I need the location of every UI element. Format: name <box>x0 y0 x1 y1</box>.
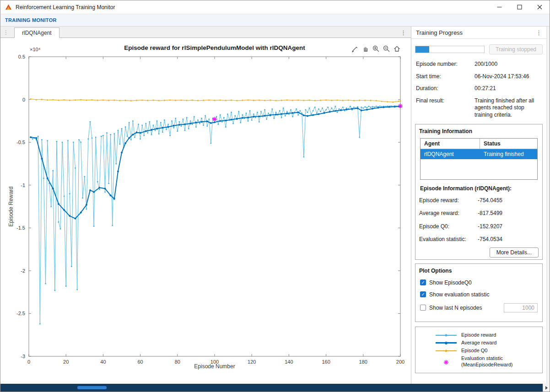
panel-scrollbar[interactable] <box>546 27 550 384</box>
field-label: Episode number: <box>416 61 475 68</box>
checkbox-label: Show EpisodeQ0 <box>429 279 472 286</box>
field-row: Evaluation statistic: -754.0534 <box>419 236 539 243</box>
axes-toolbar <box>350 44 401 53</box>
checkbox[interactable] <box>420 305 426 311</box>
field-value: -152.9207 <box>478 223 539 231</box>
scroll-right-button[interactable] <box>543 384 550 392</box>
field-label: Average reward: <box>419 210 478 217</box>
pan-icon[interactable] <box>361 44 369 53</box>
field-value: -817.5499 <box>478 210 539 217</box>
svg-text:-1.5: -1.5 <box>16 225 25 231</box>
figure-area: 0204060801001201401601802000.50-0.5-1-1.… <box>0 38 411 386</box>
episode-info-header: Episode Information (rlDQNAgent): <box>420 185 539 192</box>
field-row: Episode reward: -754.0455 <box>419 197 539 204</box>
field-value: -754.0534 <box>478 236 539 243</box>
tab-rldqnagent[interactable]: rlDQNAgent <box>14 27 59 38</box>
svg-text:80: 80 <box>175 359 180 365</box>
legend-label: Episode reward <box>461 332 496 338</box>
close-button[interactable] <box>529 0 550 14</box>
legend-entry: Average reward <box>436 340 542 346</box>
titlebar: Reinforcement Learning Training Monitor <box>0 0 550 14</box>
document-tabbar: ⋮ rlDQNAgent ⋮ <box>0 27 411 38</box>
field-row: Duration: 00:27:21 <box>416 85 543 92</box>
svg-text:60: 60 <box>137 359 143 365</box>
maximize-button[interactable] <box>509 0 529 14</box>
svg-text:180: 180 <box>359 359 367 365</box>
zoom-in-icon[interactable] <box>372 44 380 53</box>
plot-options-group: Plot Options Show EpisodeQ0 Show evaluat… <box>415 263 543 322</box>
svg-text:-3: -3 <box>21 354 25 359</box>
tab-training-monitor[interactable]: TRAINING MONITOR <box>5 17 57 23</box>
svg-text:Episode Number: Episode Number <box>194 363 235 370</box>
checkbox-label: Show evaluation statistic <box>429 291 489 298</box>
legend-sample-line <box>436 348 457 354</box>
minimize-button[interactable] <box>489 0 509 14</box>
legend: Episode reward Average reward Episode Q0 <box>415 327 543 374</box>
tab-kebab-menu-icon[interactable]: ⋮ <box>400 29 406 38</box>
field-label: Episode reward: <box>419 197 478 204</box>
option-show-evaluation-statistic[interactable]: Show evaluation statistic <box>420 291 538 298</box>
svg-text:Episode reward for rlSimplePen: Episode reward for rlSimplePendulumModel… <box>124 44 305 51</box>
document-area: ⋮ rlDQNAgent ⋮ 0204060801001201401601802… <box>0 27 411 384</box>
legend-entry: Episode Q0 <box>436 348 542 354</box>
svg-text:20: 20 <box>63 359 69 365</box>
svg-text:200: 200 <box>396 359 404 365</box>
column-header-agent: Agent <box>421 139 480 149</box>
field-label: Evaluation statistic: <box>419 236 478 243</box>
matlab-logo-icon <box>5 4 12 11</box>
field-label: Start time: <box>416 73 475 81</box>
field-value: 00:27:21 <box>475 85 543 92</box>
training-stopped-button[interactable]: Training stopped <box>489 44 543 54</box>
svg-text:Episode Reward: Episode Reward <box>8 186 14 226</box>
training-progress-panel: Training Progress ⋮ Training stopped Epi… <box>411 27 550 384</box>
episode-info-fields: Episode reward: -754.0455 Average reward… <box>419 197 539 243</box>
progress-fields: Episode number: 200/1000 Start time: 06-… <box>416 61 543 119</box>
svg-text:-0.5: -0.5 <box>16 140 25 145</box>
svg-text:0: 0 <box>22 97 25 102</box>
field-row: Average reward: -817.5499 <box>419 210 539 217</box>
checkbox[interactable] <box>420 279 426 285</box>
group-header: Training Information <box>419 128 539 134</box>
more-details-button[interactable]: More Details... <box>490 247 539 258</box>
field-value: 06-Nov-2024 17:53:46 <box>475 73 543 81</box>
column-header-status: Status <box>480 139 537 149</box>
brush-icon[interactable] <box>350 44 359 53</box>
checkbox-label: Show last N episodes <box>429 305 482 311</box>
tab-grip-icon[interactable]: ⋮ <box>0 29 11 38</box>
field-row: Episode Q0: -152.9207 <box>419 223 539 231</box>
legend-label: Average reward <box>461 340 496 346</box>
table-row[interactable]: rlDQNAgent Training finished <box>421 149 537 159</box>
last-n-episodes-input[interactable] <box>504 303 538 312</box>
field-value: 200/1000 <box>475 61 543 68</box>
legend-entry: Evaluation statistic (MeanEpisodeReward) <box>436 355 542 368</box>
home-icon[interactable] <box>393 44 401 53</box>
svg-text:0.5: 0.5 <box>18 54 25 59</box>
field-value: Training finished after all agents reach… <box>475 97 543 119</box>
field-label: Episode Q0: <box>419 223 478 231</box>
legend-label: Evaluation statistic (MeanEpisodeReward) <box>461 355 513 368</box>
bottom-status-strip <box>0 384 550 392</box>
scrollbar-thumb[interactable] <box>77 386 107 389</box>
svg-text:0: 0 <box>27 359 30 365</box>
option-show-episodeq0[interactable]: Show EpisodeQ0 <box>420 279 538 286</box>
legend-sample-asterisk <box>436 359 457 365</box>
field-row: Start time: 06-Nov-2024 17:53:46 <box>416 73 543 81</box>
svg-text:×10⁴: ×10⁴ <box>30 47 41 52</box>
group-header: Plot Options <box>419 268 539 274</box>
agent-cell: rlDQNAgent <box>421 149 480 159</box>
zoom-out-icon[interactable] <box>382 44 390 53</box>
field-row: Final result: Training finished after al… <box>416 97 543 119</box>
panel-title: Training Progress <box>416 29 463 36</box>
reward-plot: 0204060801001201401601802000.50-0.5-1-1.… <box>0 38 411 384</box>
option-show-last-n-episodes[interactable]: Show last N episodes <box>420 303 538 312</box>
svg-text:120: 120 <box>248 359 256 365</box>
panel-kebab-menu-icon[interactable]: ⋮ <box>536 29 542 36</box>
training-information-group: Training Information Agent Status rlDQNA… <box>415 124 543 260</box>
checkbox[interactable] <box>420 291 426 297</box>
svg-text:40: 40 <box>100 359 106 365</box>
window-title: Reinforcement Learning Training Monitor <box>16 4 115 11</box>
svg-text:-2.5: -2.5 <box>16 311 25 316</box>
legend-entry: Episode reward <box>436 332 542 338</box>
legend-sample-line <box>436 340 457 346</box>
right-arrow-icon <box>545 386 548 390</box>
